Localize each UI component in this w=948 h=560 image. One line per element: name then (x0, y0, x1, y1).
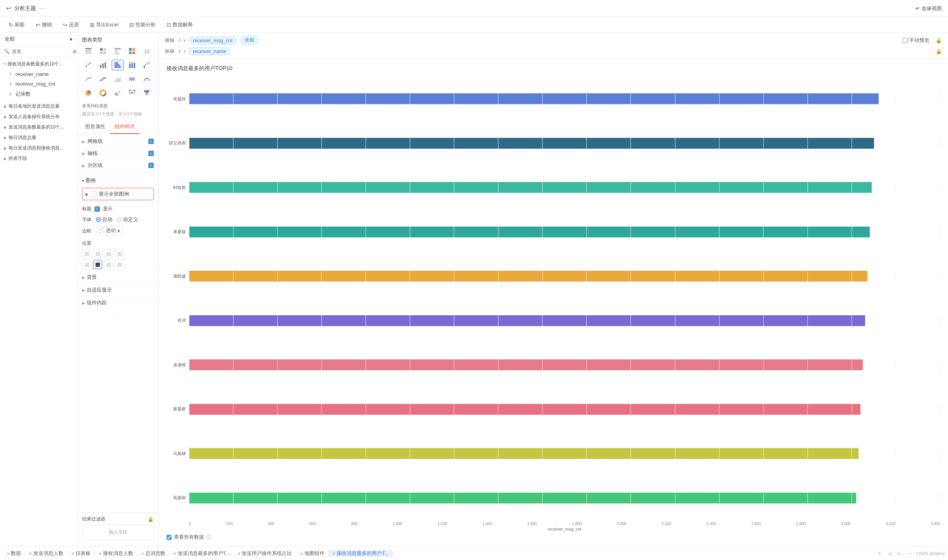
pos-top-right[interactable]: ⬜ (104, 249, 113, 258)
chart-donut[interactable] (97, 88, 109, 98)
collap-adaptive[interactable]: ▶ 自适应显示 (77, 283, 158, 296)
chart-gauge[interactable] (141, 74, 153, 84)
pos-top-left[interactable]: ⬜ (82, 249, 91, 258)
bar-row: 肖沛 (167, 315, 940, 326)
chart-wave[interactable] (126, 74, 138, 84)
tab-nav-right[interactable]: ▷ (895, 550, 903, 557)
partition-checkbox[interactable] (148, 163, 154, 168)
bottom-tab[interactable]: ≡发送消息人数 (25, 550, 67, 557)
chart-cross-table[interactable] (97, 46, 109, 57)
section-daily-msg[interactable]: ▶ 每日消息总量 (0, 132, 77, 143)
category-dropdown[interactable]: 全部 ▾ (0, 33, 77, 46)
bottom-tab[interactable]: ≡发送用户操作系统占比 (234, 550, 296, 557)
export-excel-button[interactable]: ⊞ 导出Excel (88, 20, 121, 30)
perf-analysis-button[interactable]: ⊟ 性能分析 (127, 20, 158, 30)
section-header-receive[interactable]: ▾ 接收消息条数最多的10个... (0, 59, 77, 69)
field-receiver-name[interactable]: T receiver_name (0, 69, 77, 79)
chart-area[interactable] (112, 74, 124, 84)
chart-scatter[interactable] (82, 60, 94, 70)
section-cross-field[interactable]: ▶ 跨表字段 (0, 153, 77, 164)
chart-heatmap[interactable] (126, 88, 138, 98)
tab-icon: ≡ (238, 551, 240, 556)
chart-color-table[interactable] (126, 46, 138, 57)
y-axis-lock[interactable]: 🔒 (936, 48, 942, 54)
chart-waterfall[interactable] (141, 60, 153, 70)
collap-background[interactable]: ▶ 背景 (77, 271, 158, 283)
section-daily-send-recv[interactable]: ▶ 每日发送消息和接收消息... (0, 143, 77, 153)
filter-lock-icon[interactable]: 🔒 (148, 516, 154, 522)
chart-pivot[interactable] (112, 46, 124, 57)
axis-line-checkbox[interactable] (148, 151, 154, 156)
chart-funnel[interactable] (141, 88, 153, 98)
bar-row: 来夏旋 (167, 227, 940, 237)
back-icon[interactable]: ↩ (6, 5, 11, 12)
tab-component-style[interactable]: 组件样式 (110, 120, 139, 134)
pos-mid-right[interactable]: ⬜ (104, 260, 113, 269)
title-show-checkbox[interactable] (94, 206, 100, 212)
view-all: 查看所有数据 ⓘ (167, 531, 940, 543)
bottom-tab[interactable]: ≡总消息数 (137, 550, 170, 557)
refresh-button[interactable]: ↻ 刷新 (6, 20, 27, 30)
x-axis-chevron[interactable]: ▾ (184, 38, 185, 43)
tab-label: 发送消息最多的用户T... (178, 550, 230, 557)
grid-line-checkbox[interactable] (148, 139, 154, 144)
more-icon[interactable]: ⋯ (39, 5, 45, 12)
grid-line-arrow[interactable]: ▶ (82, 139, 85, 144)
x-tick: 400 (268, 522, 275, 526)
section-daily-regions[interactable]: ▶ 每日各地区发送消息总量 (0, 101, 77, 112)
chart-stacked[interactable] (126, 60, 138, 70)
bottom-tab[interactable]: ≡接收消息人数 (95, 550, 137, 557)
tab-graph-props[interactable]: 图形属性 (81, 120, 110, 134)
tab-settings[interactable]: ⋯ (905, 550, 914, 557)
redo-button[interactable]: ↪ 还原 (60, 20, 81, 30)
axis-line-arrow[interactable]: ▶ (82, 151, 85, 156)
tab-nav-left[interactable]: ◁ (886, 550, 894, 557)
pos-top-center[interactable]: ⬜ (93, 249, 102, 258)
tab-add-button[interactable]: ＋ (875, 549, 884, 557)
tab-icon: ≡ (7, 551, 9, 556)
bottom-tab[interactable]: ≡地图组件 (296, 550, 328, 557)
lineage-view-button[interactable]: ⇌ 血缘视图 (915, 5, 942, 12)
collap-padding[interactable]: ▶ 组件内距 (77, 296, 158, 309)
bottom-tab[interactable]: ≡发送消息最多的用户T... (170, 550, 234, 557)
radio-auto[interactable]: 自动 (96, 216, 112, 223)
chart-multi-line[interactable] (97, 74, 109, 84)
field-receiver-msg-cnt[interactable]: # receiver_msg_cnt (0, 79, 77, 89)
view-all-checkbox[interactable] (167, 535, 172, 540)
chart-bar-horizontal[interactable] (112, 60, 124, 70)
radio-custom[interactable]: 自定义 (117, 216, 138, 223)
chart-line[interactable] (82, 74, 94, 84)
legend-header[interactable]: ▾ 图例 (82, 175, 154, 186)
chart-bubble[interactable] (112, 88, 124, 98)
bottom-tab[interactable]: ≡仪表板 (68, 550, 95, 557)
data-explain-button[interactable]: ⊡ 数据解释 (164, 20, 195, 30)
bottom-tab[interactable]: ≡数据 (3, 550, 25, 557)
tab-label: 发送用户操作系统占比 (242, 550, 292, 557)
border-select[interactable]: 透明 ▾ (96, 226, 123, 235)
section-send-top10[interactable]: ▶ 发送消息条数最多的10个... (0, 122, 77, 132)
axis-config-lock[interactable]: 🔒 (936, 38, 942, 43)
add-icon[interactable]: ⊕ (72, 48, 77, 55)
y-axis-chevron[interactable]: ▾ (184, 49, 185, 53)
search-input[interactable] (12, 49, 70, 54)
section-sender-device[interactable]: ▶ 发送人设备操作系统分布 (0, 112, 77, 122)
chart-number[interactable]: 123 (141, 46, 153, 57)
partition-arrow[interactable]: ▶ (82, 163, 85, 168)
chart-pie[interactable] (82, 88, 94, 98)
undo-button[interactable]: ↩ 撤销 (33, 20, 54, 30)
x-tick: 3,200 (886, 522, 895, 526)
pos-mid-left[interactable]: ⬜ (82, 260, 91, 269)
field-record-count[interactable]: # 记录数 (0, 89, 77, 100)
show-all-legend-checkbox[interactable] (91, 191, 96, 197)
bottom-tab[interactable]: ≡接收消息最多的用户T... (329, 550, 393, 557)
manual-preview-checkbox[interactable] (903, 38, 908, 43)
legend-expand-arrow[interactable]: ▶ (86, 192, 89, 196)
chart-bar-vertical[interactable] (97, 60, 109, 70)
pos-top-far-right[interactable]: ⬜ (115, 249, 124, 258)
pos-mid-far-right[interactable]: ⬜ (115, 260, 124, 269)
x-axis-agg-tag[interactable]: 求和 (240, 36, 259, 45)
pos-mid-center[interactable]: ⬛ (93, 260, 102, 269)
y-axis-field-tag[interactable]: receiver_name (189, 47, 230, 55)
x-axis-field-tag[interactable]: receiver_msg_cnt (189, 36, 237, 45)
chart-table[interactable] (82, 46, 94, 57)
